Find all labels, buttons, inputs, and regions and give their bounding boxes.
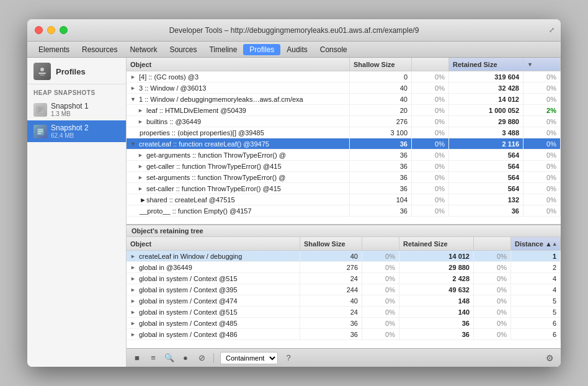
ret-cell-rpct: 0%: [474, 318, 511, 328]
col-retained[interactable]: Retained Size: [449, 58, 523, 71]
cell-object: ▼ createLeaf :: function createLeaf() @3…: [127, 138, 350, 149]
cell-rpct: 0%: [523, 127, 561, 138]
table-row-selected[interactable]: ▼ createLeaf :: function createLeaf() @3…: [127, 138, 561, 150]
retaining-table-body[interactable]: ► createLeaf in Window / debugging 40 0%…: [127, 251, 561, 348]
retaining-row[interactable]: ► global in system / Context @515 24 0% …: [127, 307, 561, 318]
help-icon[interactable]: ?: [283, 352, 294, 364]
ret-cell-rpct: 0%: [474, 307, 511, 317]
cell-shallow: 36: [350, 205, 412, 216]
menu-console[interactable]: Console: [314, 44, 354, 55]
menu-profiles[interactable]: Profiles: [243, 44, 280, 55]
table-row[interactable]: ► set-caller :: function ThrowTypeError(…: [127, 183, 561, 194]
cell-retained: 14 012: [449, 94, 523, 104]
col-retained-pct[interactable]: [523, 58, 561, 71]
cell-spct: 0%: [412, 150, 449, 160]
retaining-row[interactable]: ► global in system / Context @515 24 0% …: [127, 273, 561, 284]
ret-col-shallow[interactable]: Shallow Size: [300, 237, 362, 250]
table-row[interactable]: ► builtins :: @36449 276 0% 29 880 0%: [127, 116, 561, 127]
sidebar-item-snapshot1[interactable]: Snapshot 1 1.3 MB: [27, 99, 126, 120]
sidebar-header: Profiles: [27, 58, 126, 84]
ret-cell-retained: 36: [399, 329, 474, 339]
footer-icon-list[interactable]: ≡: [148, 352, 159, 364]
cell-retained: 29 880: [449, 116, 523, 127]
cell-spct: 0%: [412, 105, 449, 115]
cell-object: ► set-caller :: function ThrowTypeError(…: [127, 183, 350, 194]
retaining-row[interactable]: ► global in system / Context @485 36 0% …: [127, 318, 561, 329]
expand-icon[interactable]: ⤢: [549, 26, 555, 34]
ret-cell-distance: 5: [511, 295, 561, 306]
col-object: Object: [127, 58, 350, 71]
cell-object: ▼ 1 :: Window / debuggingmemoryleaks…aws…: [127, 94, 350, 104]
ret-cell-shallow: 276: [300, 262, 362, 272]
footer-icon-stop[interactable]: ⊘: [196, 352, 207, 364]
table-row[interactable]: ► set-arguments :: function ThrowTypeErr…: [127, 172, 561, 183]
snapshot2-info: Snapshot 2 62.4 MB: [51, 123, 89, 139]
ret-cell-retained: 49 632: [399, 284, 474, 295]
sidebar-section-label: HEAP SNAPSHOTS: [27, 84, 126, 99]
cell-rpct: 0%: [523, 205, 561, 216]
table-row[interactable]: ► leaf :: HTMLDivElement @50439 20 0% 1 …: [127, 105, 561, 116]
cell-retained: 32 428: [449, 83, 523, 93]
table-row[interactable]: ► get-arguments :: function ThrowTypeErr…: [127, 150, 561, 161]
cell-shallow: 36: [350, 138, 412, 149]
minimize-button[interactable]: [47, 26, 55, 34]
ret-cell-rpct: 0%: [474, 295, 511, 306]
maximize-button[interactable]: [60, 26, 68, 34]
table-row[interactable]: __proto__ :: function Empty() @4157 36 0…: [127, 205, 561, 217]
table-row[interactable]: ► [4] :: (GC roots) @3 0 0% 319 604 0%: [127, 71, 561, 83]
ret-cell-spct: 0%: [362, 318, 399, 328]
table-row[interactable]: ► get-caller :: function ThrowTypeError(…: [127, 161, 561, 172]
ret-col-rpct: [474, 237, 511, 250]
footer-icon-record[interactable]: ●: [180, 352, 191, 364]
menu-network[interactable]: Network: [123, 44, 163, 55]
retaining-row[interactable]: ► global in system / Context @486 36 0% …: [127, 329, 561, 340]
table-row[interactable]: ► 3 :: Window / @36013 40 0% 32 428 0%: [127, 83, 561, 94]
retaining-row[interactable]: ► global in system / Context @474 40 0% …: [127, 295, 561, 307]
cell-shallow: 36: [350, 150, 412, 160]
close-button[interactable]: [35, 26, 43, 34]
menu-elements[interactable]: Elements: [32, 44, 76, 55]
ret-cell-distance: 5: [511, 307, 561, 317]
ret-cell-rpct: 0%: [474, 251, 511, 261]
ret-cell-spct: 0%: [362, 307, 399, 317]
cell-shallow: 20: [350, 105, 412, 115]
cell-object: ►shared :: createLeaf @47515: [127, 194, 350, 205]
titlebar: Developer Tools – http://debuggingmemory…: [27, 19, 561, 42]
filter-select[interactable]: Containment Summary Comparison Dominator…: [220, 352, 278, 364]
menu-audits[interactable]: Audits: [280, 44, 313, 55]
main-panel: Object Shallow Size Retained Size ► [4] …: [127, 58, 561, 367]
footer-icon-search[interactable]: 🔍: [164, 352, 175, 364]
col-shallow-pct: [412, 58, 449, 71]
ret-cell-object: ► global in system / Context @486: [127, 329, 300, 339]
col-shallow[interactable]: Shallow Size: [350, 58, 412, 71]
cell-shallow: 3 100: [350, 127, 412, 138]
cell-object: ► 3 :: Window / @36013: [127, 83, 350, 93]
ret-col-retained[interactable]: Retained Size: [399, 237, 474, 250]
ret-col-distance[interactable]: Distance ▲: [511, 237, 561, 250]
footer-icon-screenshot[interactable]: ■: [131, 352, 143, 364]
heap-table-body[interactable]: ► [4] :: (GC roots) @3 0 0% 319 604 0% ►…: [127, 71, 561, 224]
ret-cell-retained: 36: [399, 318, 474, 328]
ret-col-object: Object: [127, 237, 300, 250]
ret-cell-object: ► createLeaf in Window / debugging: [127, 251, 300, 261]
gear-icon[interactable]: ⚙: [543, 352, 556, 364]
menu-sources[interactable]: Sources: [163, 44, 203, 55]
cell-rpct: 2%: [523, 105, 561, 115]
menu-resources[interactable]: Resources: [76, 44, 123, 55]
retaining-row[interactable]: ► global in system / Context @395 244 0%…: [127, 284, 561, 295]
retaining-row[interactable]: ► global in @36449 276 0% 29 880 0% 2: [127, 262, 561, 273]
menu-timeline[interactable]: Timeline: [203, 44, 243, 55]
table-row[interactable]: ▼ 1 :: Window / debuggingmemoryleaks…aws…: [127, 94, 561, 105]
cell-rpct: 0%: [523, 94, 561, 104]
cell-spct: 0%: [412, 194, 449, 205]
window-title: Developer Tools – http://debuggingmemory…: [35, 26, 553, 35]
ret-cell-retained: 29 880: [399, 262, 474, 272]
cell-rpct: 0%: [523, 138, 561, 149]
retaining-row[interactable]: ► createLeaf in Window / debugging 40 0%…: [127, 251, 561, 262]
ret-cell-distance: 2: [511, 262, 561, 272]
sidebar-item-snapshot2[interactable]: Snapshot 2 62.4 MB: [27, 120, 126, 142]
table-row[interactable]: ►shared :: createLeaf @47515 104 0% 132 …: [127, 194, 561, 205]
ret-cell-shallow: 244: [300, 284, 362, 295]
cell-shallow: 276: [350, 116, 412, 127]
table-row[interactable]: properties :: (object properties)[] @394…: [127, 127, 561, 138]
